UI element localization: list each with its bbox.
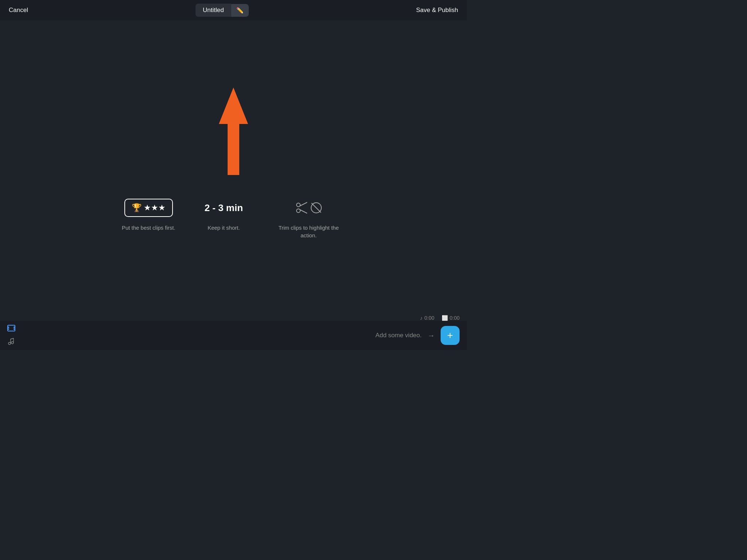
status-bar: ♪ 0:00 ⬜ 0:00 xyxy=(420,315,460,321)
bottom-left-icons xyxy=(7,324,15,347)
tip-duration-icon-area: 2 - 3 min xyxy=(205,197,243,219)
tip-duration-text: Keep it short. xyxy=(208,224,240,232)
tip-clips-text: Put the best clips first. xyxy=(122,224,175,232)
tip-duration: 2 - 3 min Keep it short. xyxy=(205,197,243,232)
plus-icon: + xyxy=(447,330,453,341)
project-title: Untitled xyxy=(196,4,231,17)
svg-line-3 xyxy=(300,202,307,206)
film-icon: ⬜ xyxy=(442,315,448,321)
top-bar: Cancel Untitled ✏️ Save & Publish xyxy=(0,0,467,20)
video-time: 0:00 xyxy=(450,315,460,321)
edit-title-button[interactable]: ✏️ xyxy=(231,4,249,17)
tip-clips: 🏆 ★★★ Put the best clips first. xyxy=(122,197,175,232)
title-group: Untitled ✏️ xyxy=(196,4,249,17)
music-note-icon: ♪ xyxy=(420,315,423,321)
add-video-label: Add some video. xyxy=(375,332,422,339)
film-strip-icon[interactable] xyxy=(7,324,15,334)
arrow-up-indicator xyxy=(219,88,248,175)
svg-point-12 xyxy=(8,342,11,345)
tip-trim-text: Trim clips to highlight the action. xyxy=(272,224,345,239)
svg-line-4 xyxy=(300,210,307,213)
music-track-icon[interactable] xyxy=(7,338,15,347)
svg-line-14 xyxy=(11,338,13,339)
svg-point-1 xyxy=(297,203,300,207)
svg-rect-10 xyxy=(13,327,15,328)
svg-rect-11 xyxy=(13,328,15,330)
svg-rect-9 xyxy=(8,328,9,330)
trophy-icon: 🏆 xyxy=(132,203,142,213)
trophy-stars-box: 🏆 ★★★ xyxy=(124,199,173,217)
arrow-right-icon: → xyxy=(427,331,435,340)
bottom-toolbar: Add some video. → + xyxy=(0,321,467,350)
svg-rect-8 xyxy=(8,327,9,328)
pencil-icon: ✏️ xyxy=(236,7,244,14)
tip-trim: Trim clips to highlight the action. xyxy=(272,197,345,239)
save-publish-button[interactable]: Save & Publish xyxy=(416,7,458,14)
svg-point-13 xyxy=(11,342,13,344)
cancel-button[interactable]: Cancel xyxy=(9,7,28,14)
svg-point-2 xyxy=(297,209,300,213)
video-duration-status: ⬜ 0:00 xyxy=(442,315,460,321)
stars-icon: ★★★ xyxy=(144,203,166,213)
music-duration-status: ♪ 0:00 xyxy=(420,315,434,321)
svg-rect-7 xyxy=(8,325,15,331)
tip-trim-icon-area xyxy=(295,197,322,219)
svg-marker-0 xyxy=(219,88,248,175)
bottom-right: Add some video. → + xyxy=(375,326,460,345)
tip-clips-icon-area: 🏆 ★★★ xyxy=(124,197,173,219)
scissors-edit-icons xyxy=(295,201,322,214)
main-content: 🏆 ★★★ Put the best clips first. 2 - 3 mi… xyxy=(0,20,467,306)
svg-line-6 xyxy=(311,203,321,213)
tips-row: 🏆 ★★★ Put the best clips first. 2 - 3 mi… xyxy=(122,197,345,239)
duration-label: 2 - 3 min xyxy=(205,202,243,214)
add-content-button[interactable]: + xyxy=(441,326,460,345)
music-time: 0:00 xyxy=(425,315,434,321)
